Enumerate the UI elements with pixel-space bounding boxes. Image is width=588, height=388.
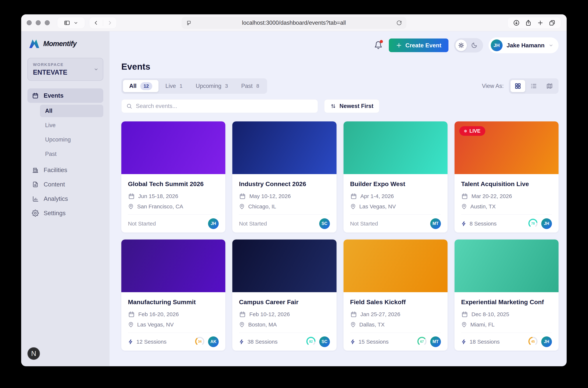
view-mode-map[interactable] (542, 80, 557, 92)
tab-count: 12 (140, 82, 152, 90)
event-card[interactable]: Global Tech Summit 2026Jun 15-18, 2026Sa… (121, 121, 225, 233)
sidebar-subitem-live[interactable]: Live (40, 119, 103, 132)
share-button[interactable] (525, 20, 532, 26)
avatar: SC (319, 337, 330, 347)
tab-live[interactable]: Live1 (159, 80, 189, 92)
search-input[interactable] (136, 103, 313, 109)
close-window-button[interactable] (27, 20, 32, 25)
app-header: Create Event JH Jake Hamann (121, 31, 559, 59)
browser-sidebar-toggle[interactable] (57, 17, 85, 29)
pin-icon (239, 322, 245, 328)
view-mode-grid[interactable] (511, 80, 525, 92)
sidebar-item-analytics[interactable]: Analytics (27, 192, 103, 206)
calendar-icon (32, 92, 39, 99)
event-location-text: Miami, FL (470, 321, 495, 328)
view-mode-list[interactable] (526, 80, 541, 92)
address-bar[interactable]: localhost:3000/dashboard/events?tab=all (182, 17, 406, 28)
event-title: Builder Expo West (350, 180, 441, 188)
building-icon (32, 167, 39, 173)
forward-button[interactable] (103, 20, 117, 25)
sidebar-item-label: Content (44, 181, 65, 188)
download-button[interactable] (513, 20, 520, 26)
tab-past[interactable]: Past8 (235, 80, 266, 92)
event-card[interactable]: Manufacturing SummitFeb 16-20, 2026Las V… (121, 240, 225, 351)
nextjs-dev-button[interactable]: N (27, 347, 40, 360)
event-location-text: Austin, TX (470, 203, 496, 210)
event-card[interactable]: LIVETalent Acquisition LiveMar 20-22, 20… (454, 121, 559, 233)
event-card-footer: 38 Sessions 82 SC (239, 333, 330, 351)
minimize-window-button[interactable] (36, 20, 41, 25)
avatar: MT (430, 337, 441, 347)
notifications-button[interactable] (374, 41, 383, 50)
event-date: Feb 10-12, 2026 (239, 311, 330, 318)
event-sessions: 8 Sessions (461, 220, 497, 227)
event-card-body: Global Tech Summit 2026Jun 15-18, 2026Sa… (121, 174, 225, 215)
event-card-body: Builder Expo WestApr 1-4, 2026Las Vegas,… (343, 174, 448, 215)
user-name: Jake Hamann (507, 42, 544, 49)
sort-button[interactable]: Newest First (324, 99, 379, 113)
event-card-body: Talent Acquisition LiveMar 20-22, 2026Au… (454, 174, 559, 215)
pin-icon (128, 322, 134, 328)
view-mode-group (509, 78, 559, 94)
event-date-text: Jan 25-27, 2026 (361, 311, 400, 317)
tab-count: 1 (180, 83, 182, 89)
event-card[interactable]: Industry Connect 2026May 10-12, 2026Chic… (232, 121, 336, 233)
sidebar-subitem-all[interactable]: All (40, 105, 103, 117)
avatar: JH (208, 218, 219, 229)
zoom-window-button[interactable] (45, 20, 50, 25)
list-icon (530, 83, 537, 90)
event-sessions-text: 8 Sessions (470, 220, 497, 227)
brand-name: Momentify (43, 40, 77, 48)
workspace-selector[interactable]: WORKSPACE ENTEVATE (27, 58, 103, 81)
traffic-lights (27, 20, 50, 25)
event-card[interactable]: Field Sales KickoffJan 25-27, 2026Dallas… (343, 240, 448, 351)
theme-toggle[interactable] (454, 38, 483, 52)
event-card-footer: 8 Sessions 78 JH (461, 215, 552, 233)
notification-dot (380, 40, 383, 43)
event-card[interactable]: Campus Career FairFeb 10-12, 2026Boston,… (232, 240, 336, 351)
pin-icon (461, 322, 467, 328)
main-content: Create Event JH Jake Hamann Events All12… (110, 31, 567, 366)
event-card[interactable]: Builder Expo WestApr 1-4, 2026Las Vegas,… (343, 121, 448, 233)
sidebar-item-label: Facilities (44, 167, 67, 173)
calendar-icon (461, 311, 468, 318)
tab-overview-button[interactable] (549, 20, 555, 26)
light-mode-option[interactable] (455, 40, 467, 51)
event-banner (121, 121, 225, 174)
sidebar-item-content[interactable]: Content (27, 177, 103, 192)
sidebar-item-events[interactable]: Events (27, 88, 103, 103)
create-event-button[interactable]: Create Event (389, 39, 449, 52)
sidebar-item-settings[interactable]: Settings (27, 206, 103, 220)
create-event-label: Create Event (405, 42, 441, 49)
event-footer-right: 78 JH (528, 218, 552, 229)
calendar-icon (461, 193, 468, 200)
tab-upcoming[interactable]: Upcoming3 (189, 80, 234, 92)
browser-history-nav (89, 17, 117, 29)
event-banner (232, 240, 336, 292)
event-banner (454, 240, 559, 292)
back-button[interactable] (89, 20, 103, 25)
user-menu[interactable]: JH Jake Hamann (489, 37, 559, 53)
avatar: JH (541, 218, 552, 229)
tab-all[interactable]: All12 (123, 80, 158, 92)
brand[interactable]: Momentify (27, 38, 103, 49)
progress-gauge: 78 (528, 218, 538, 229)
event-status: Not Started (350, 220, 378, 227)
event-card-footer: 18 Sessions 45 JH (461, 333, 552, 351)
calendar-icon (239, 193, 246, 200)
event-tabs: All12Live1Upcoming3Past8 (121, 78, 267, 94)
sidebar-item-facilities[interactable]: Facilities (27, 163, 103, 177)
event-date-text: Apr 1-4, 2026 (361, 193, 394, 199)
dark-mode-option[interactable] (467, 42, 482, 48)
event-card[interactable]: Experiential Marketing ConfDec 8-10, 202… (454, 240, 559, 351)
sidebar-subitem-past[interactable]: Past (40, 148, 103, 160)
new-tab-button[interactable] (537, 20, 543, 26)
moon-icon (471, 42, 477, 48)
sidebar-subitem-upcoming[interactable]: Upcoming (40, 133, 103, 146)
event-banner (232, 121, 336, 174)
event-status: Not Started (128, 220, 156, 227)
tab-label: Live (165, 83, 176, 89)
search-box (121, 99, 318, 113)
event-location-text: Las Vegas, NV (359, 203, 396, 210)
refresh-icon[interactable] (396, 20, 402, 25)
